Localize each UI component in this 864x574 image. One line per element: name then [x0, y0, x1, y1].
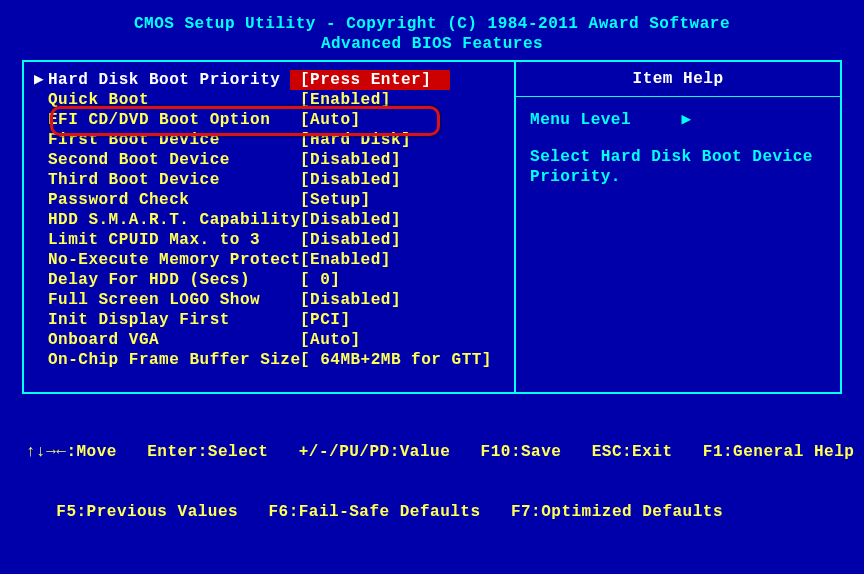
setting-value[interactable]: [Disabled] [300, 210, 401, 230]
header: CMOS Setup Utility - Copyright (C) 1984-… [22, 6, 842, 60]
row-marker-icon [34, 110, 48, 130]
setting-label: Full Screen LOGO Show [48, 290, 300, 310]
header-line1: CMOS Setup Utility - Copyright (C) 1984-… [22, 14, 842, 34]
row-marker-icon [34, 210, 48, 230]
row-marker-icon [34, 150, 48, 170]
help-title: Item Help [530, 70, 826, 94]
row-marker-icon [34, 90, 48, 110]
row-marker-icon [34, 230, 48, 250]
row-marker-icon [34, 190, 48, 210]
row-marker-icon: ▶ [34, 70, 48, 90]
setting-row[interactable]: On-Chip Frame Buffer Size[ 64MB+2MB for … [34, 350, 504, 370]
help-pane: Item Help Menu Level ▶ Select Hard Disk … [514, 62, 840, 392]
setting-label: First Boot Device [48, 130, 300, 150]
setting-value[interactable]: [Disabled] [300, 150, 401, 170]
setting-value[interactable]: [Auto] [300, 330, 361, 350]
menu-level-label: Menu Level [530, 111, 631, 129]
row-marker-icon [34, 350, 48, 370]
setting-label: Onboard VGA [48, 330, 300, 350]
setting-label: On-Chip Frame Buffer Size [48, 350, 300, 370]
setting-label: HDD S.M.A.R.T. Capability [48, 210, 300, 230]
help-text: Select Hard Disk Boot Device Priority. [530, 147, 826, 187]
help-divider [516, 96, 840, 97]
footer: ↑↓→←:Move Enter:Select +/-/PU/PD:Value F… [22, 394, 842, 564]
setting-row[interactable]: Password Check[Setup] [34, 190, 504, 210]
menu-level: Menu Level ▶ [530, 109, 826, 129]
setting-row[interactable]: First Boot Device[Hard Disk] [34, 130, 504, 150]
setting-row[interactable]: Onboard VGA[Auto] [34, 330, 504, 350]
setting-value[interactable]: [Press Enter] [300, 70, 431, 90]
footer-line2: F5:Previous Values F6:Fail-Safe Defaults… [26, 502, 838, 522]
bios-screen: CMOS Setup Utility - Copyright (C) 1984-… [0, 0, 864, 574]
row-marker-icon [34, 270, 48, 290]
setting-label: Init Display First [48, 310, 300, 330]
setting-row[interactable]: HDD S.M.A.R.T. Capability[Disabled] [34, 210, 504, 230]
footer-line1: ↑↓→←:Move Enter:Select +/-/PU/PD:Value F… [26, 442, 838, 462]
setting-label: Third Boot Device [48, 170, 300, 190]
setting-row[interactable]: ▶Hard Disk Boot Priority[Press Enter] [34, 70, 504, 90]
setting-row[interactable]: Third Boot Device[Disabled] [34, 170, 504, 190]
setting-value[interactable]: [Disabled] [300, 230, 401, 250]
setting-label: Hard Disk Boot Priority [48, 70, 300, 90]
setting-row[interactable]: Limit CPUID Max. to 3[Disabled] [34, 230, 504, 250]
setting-row[interactable]: No-Execute Memory Protect[Enabled] [34, 250, 504, 270]
setting-label: Second Boot Device [48, 150, 300, 170]
row-marker-icon [34, 130, 48, 150]
setting-value[interactable]: [Setup] [300, 190, 371, 210]
chevron-right-icon: ▶ [682, 109, 692, 129]
row-marker-icon [34, 250, 48, 270]
setting-value[interactable]: [ 64MB+2MB for GTT] [300, 350, 492, 370]
setting-label: Password Check [48, 190, 300, 210]
row-marker-icon [34, 170, 48, 190]
setting-value[interactable]: [Disabled] [300, 170, 401, 190]
setting-value[interactable]: [Hard Disk] [300, 130, 411, 150]
setting-value[interactable]: [ 0] [300, 270, 340, 290]
row-marker-icon [34, 310, 48, 330]
setting-label: Quick Boot [48, 90, 300, 110]
row-marker-icon [34, 290, 48, 310]
setting-value[interactable]: [Enabled] [300, 90, 391, 110]
row-marker-icon [34, 330, 48, 350]
setting-row[interactable]: Quick Boot[Enabled] [34, 90, 504, 110]
setting-row[interactable]: Full Screen LOGO Show[Disabled] [34, 290, 504, 310]
header-line2: Advanced BIOS Features [22, 34, 842, 54]
setting-value[interactable]: [Disabled] [300, 290, 401, 310]
setting-label: EFI CD/DVD Boot Option [48, 110, 300, 130]
setting-label: Limit CPUID Max. to 3 [48, 230, 300, 250]
setting-row[interactable]: EFI CD/DVD Boot Option[Auto] [34, 110, 504, 130]
setting-value[interactable]: [Enabled] [300, 250, 391, 270]
setting-value[interactable]: [Auto] [300, 110, 361, 130]
setting-row[interactable]: Delay For HDD (Secs)[ 0] [34, 270, 504, 290]
setting-value[interactable]: [PCI] [300, 310, 351, 330]
setting-label: Delay For HDD (Secs) [48, 270, 300, 290]
setting-row[interactable]: Init Display First[PCI] [34, 310, 504, 330]
setting-label: No-Execute Memory Protect [48, 250, 300, 270]
content-frame: ▶Hard Disk Boot Priority[Press Enter]Qui… [22, 60, 842, 394]
settings-pane: ▶Hard Disk Boot Priority[Press Enter]Qui… [24, 62, 514, 392]
setting-row[interactable]: Second Boot Device[Disabled] [34, 150, 504, 170]
